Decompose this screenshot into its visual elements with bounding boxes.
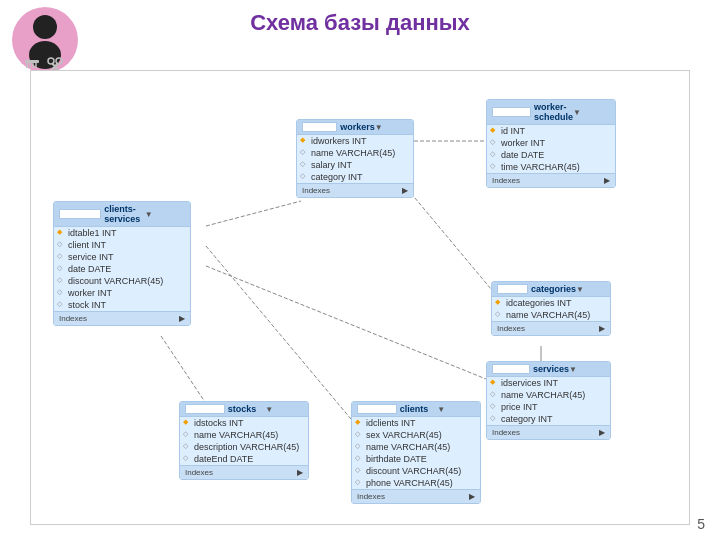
field-worker: worker INT [487,137,615,149]
indexes-arrow: ▶ [469,492,475,501]
chevron-down-icon: ▼ [569,365,605,374]
categories-indexes: Indexes ▶ [492,321,610,335]
field-time: time VARCHAR(45) [487,161,615,173]
field-birthdate: birthdate DATE [352,453,480,465]
indexes-arrow: ▶ [402,186,408,195]
field-description: description VARCHAR(45) [180,441,308,453]
field-idstocks: idstocks INT [180,417,308,429]
field-name: name VARCHAR(45) [297,147,413,159]
svg-line-16 [161,336,211,411]
table-clients-services: clients-services ▼ idtable1 INT client I… [53,201,191,326]
table-clients: clients ▼ idclients INT sex VARCHAR(45) … [351,401,481,504]
table-icon [357,404,397,414]
svg-point-1 [33,15,57,39]
indexes-arrow: ▶ [179,314,185,323]
table-icon [302,122,337,132]
table-worker-schedule: worker-schedule ▼ id INT worker INT date… [486,99,616,188]
avatar [10,5,80,75]
chevron-down-icon: ▼ [265,405,303,414]
field-name: name VARCHAR(45) [352,441,480,453]
field-idservices: idservices INT [487,377,610,389]
field-salary: salary INT [297,159,413,171]
field-id: id INT [487,125,615,137]
field-idcategories: idcategories INT [492,297,610,309]
field-name: name VARCHAR(45) [180,429,308,441]
indexes-arrow: ▶ [599,324,605,333]
table-icon [492,107,531,117]
table-services-header: services ▼ [487,362,610,377]
table-icon [185,404,225,414]
field-idworkers: idworkers INT [297,135,413,147]
chevron-down-icon: ▼ [375,123,408,132]
field-category: category INT [487,413,610,425]
clients-services-indexes: Indexes ▶ [54,311,190,325]
worker-schedule-indexes: Indexes ▶ [487,173,615,187]
table-clients-services-header: clients-services ▼ [54,202,190,227]
field-sex: sex VARCHAR(45) [352,429,480,441]
field-idclients: idclients INT [352,417,480,429]
chevron-down-icon: ▼ [437,405,475,414]
field-price: price INT [487,401,610,413]
svg-line-17 [206,266,491,381]
table-workers-header: workers ▼ [297,120,413,135]
indexes-arrow: ▶ [297,468,303,477]
chevron-down-icon: ▼ [573,108,610,117]
field-date: date DATE [487,149,615,161]
field-dateend: dateEnd DATE [180,453,308,465]
table-categories-header: categories ▼ [492,282,610,297]
table-services: services ▼ idservices INT name VARCHAR(4… [486,361,611,440]
field-idtable1: idtable1 INT [54,227,190,239]
indexes-arrow: ▶ [599,428,605,437]
field-category: category INT [297,171,413,183]
field-name: name VARCHAR(45) [487,389,610,401]
svg-rect-7 [25,60,39,63]
field-service: service INT [54,251,190,263]
table-icon [59,209,101,219]
table-worker-schedule-header: worker-schedule ▼ [487,100,615,125]
field-name: name VARCHAR(45) [492,309,610,321]
field-stock: stock INT [54,299,190,311]
stocks-indexes: Indexes ▶ [180,465,308,479]
table-clients-header: clients ▼ [352,402,480,417]
field-worker: worker INT [54,287,190,299]
field-discount: discount VARCHAR(45) [54,275,190,287]
clients-indexes: Indexes ▶ [352,489,480,503]
field-date: date DATE [54,263,190,275]
field-phone: phone VARCHAR(45) [352,477,480,489]
diagram-area: workers ▼ idworkers INT name VARCHAR(45)… [30,70,690,525]
field-client: client INT [54,239,190,251]
slide: Схема базы данных workers [0,0,720,540]
workers-indexes: Indexes ▶ [297,183,413,197]
svg-line-14 [206,201,301,226]
chevron-down-icon: ▼ [576,285,605,294]
services-indexes: Indexes ▶ [487,425,610,439]
table-icon [497,284,528,294]
chevron-down-icon: ▼ [145,210,185,219]
page-title: Схема базы данных [250,10,470,36]
table-stocks: stocks ▼ idstocks INT name VARCHAR(45) d… [179,401,309,480]
page-title-area: Схема базы данных [0,0,720,36]
table-categories: categories ▼ idcategories INT name VARCH… [491,281,611,336]
table-workers: workers ▼ idworkers INT name VARCHAR(45)… [296,119,414,198]
indexes-arrow: ▶ [604,176,610,185]
table-icon [492,364,530,374]
field-discount: discount VARCHAR(45) [352,465,480,477]
page-number: 5 [697,516,705,532]
table-stocks-header: stocks ▼ [180,402,308,417]
